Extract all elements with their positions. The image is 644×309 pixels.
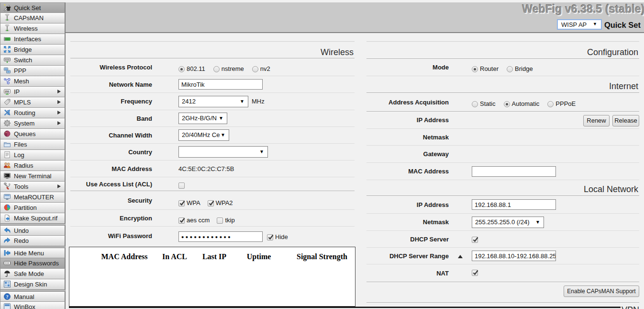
svg-text:255: 255 bbox=[5, 90, 9, 93]
svg-text:?: ? bbox=[6, 294, 9, 299]
